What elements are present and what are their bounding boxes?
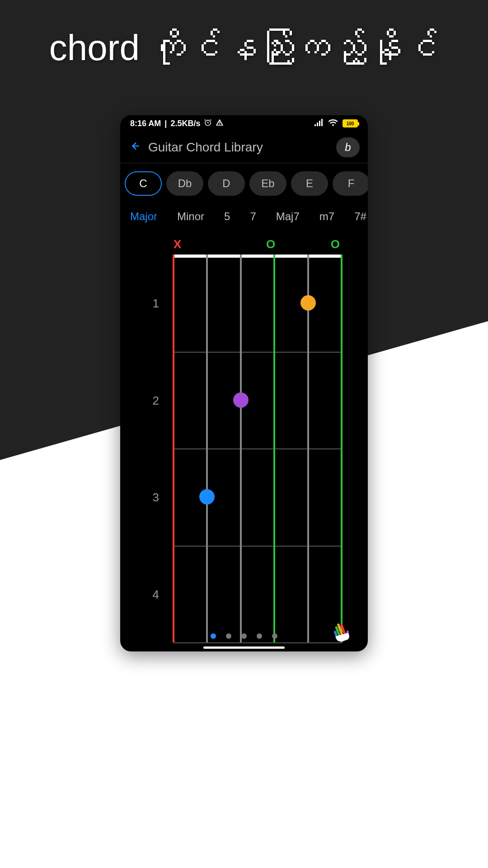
fret-line (174, 448, 342, 449)
finger-dot (199, 489, 215, 505)
root-chip-c[interactable]: C (125, 171, 162, 196)
pager-dot-2[interactable] (226, 633, 231, 639)
battery-icon: 100 (343, 119, 358, 127)
warning-icon (216, 118, 224, 129)
status-time: 8:16 AM (130, 119, 161, 128)
marker-string-6: O (331, 237, 340, 251)
type-7sharp[interactable]: 7# (354, 210, 366, 223)
finger-dot (233, 392, 249, 408)
phone-frame: 8:16 AM | 2.5KB/s 100 Guitar Chord Libra… (120, 115, 368, 651)
status-net-speed: 2.5KB/s (170, 119, 200, 128)
divider: | (164, 119, 167, 128)
open-mute-markers: X · · O · O (174, 237, 340, 251)
pager-dot-3[interactable] (241, 633, 247, 639)
string-line (240, 255, 242, 642)
page-title: Guitar Chord Library (148, 140, 328, 155)
type-minor[interactable]: Minor (177, 210, 204, 223)
pager-dot-1[interactable] (211, 633, 216, 639)
fretboard: 1234 (170, 255, 345, 642)
promo-title: chord ကိုင်နည်းကြည့်နိုင် (49, 27, 439, 69)
string-line (307, 255, 309, 642)
finger-dot (300, 295, 316, 311)
type-m7[interactable]: m7 (319, 210, 334, 223)
app-header: Guitar Chord Library b (120, 132, 368, 163)
root-chip-e[interactable]: E (291, 171, 328, 196)
back-button[interactable] (128, 140, 140, 155)
type-5[interactable]: 5 (224, 210, 230, 223)
accidental-toggle[interactable]: b (336, 137, 360, 157)
svg-rect-3 (319, 121, 320, 126)
status-bar: 8:16 AM | 2.5KB/s 100 (120, 115, 368, 132)
fret-label: 3 (145, 491, 159, 505)
fret-line (174, 352, 342, 353)
fret-label: 1 (145, 297, 159, 311)
variation-pager[interactable] (211, 633, 277, 639)
chord-diagram[interactable]: X · · O · O 1234 (120, 228, 368, 651)
fret-line (174, 642, 342, 643)
home-indicator[interactable] (203, 646, 285, 649)
root-chip-d[interactable]: D (208, 171, 245, 196)
marker-string-4: O (266, 237, 275, 251)
pager-dot-4[interactable] (257, 633, 262, 639)
string-line (341, 255, 343, 642)
svg-rect-2 (317, 123, 318, 126)
fret-line (174, 546, 342, 547)
type-maj7[interactable]: Maj7 (276, 210, 300, 223)
alarm-icon (204, 118, 212, 129)
root-chip-db[interactable]: Db (166, 171, 203, 196)
chord-type-tabs[interactable]: Major Minor 5 7 Maj7 m7 7# (120, 200, 368, 228)
type-7[interactable]: 7 (250, 210, 256, 223)
pager-dot-5[interactable] (272, 633, 277, 639)
fret-label: 2 (145, 394, 159, 408)
svg-rect-1 (314, 124, 316, 126)
root-chip-f[interactable]: F (333, 171, 368, 196)
string-line (206, 255, 208, 642)
wifi-icon (328, 119, 338, 128)
nut (174, 255, 342, 258)
hand-hint-icon[interactable] (332, 618, 355, 642)
string-line (173, 255, 174, 642)
fret-label: 4 (145, 588, 159, 602)
svg-rect-4 (321, 119, 323, 126)
root-note-tabs[interactable]: C Db D Eb E F (120, 163, 368, 200)
string-line (273, 255, 275, 642)
root-chip-eb[interactable]: Eb (249, 171, 286, 196)
type-major[interactable]: Major (130, 210, 157, 223)
signal-icon (314, 119, 324, 128)
marker-string-1: X (174, 237, 181, 251)
